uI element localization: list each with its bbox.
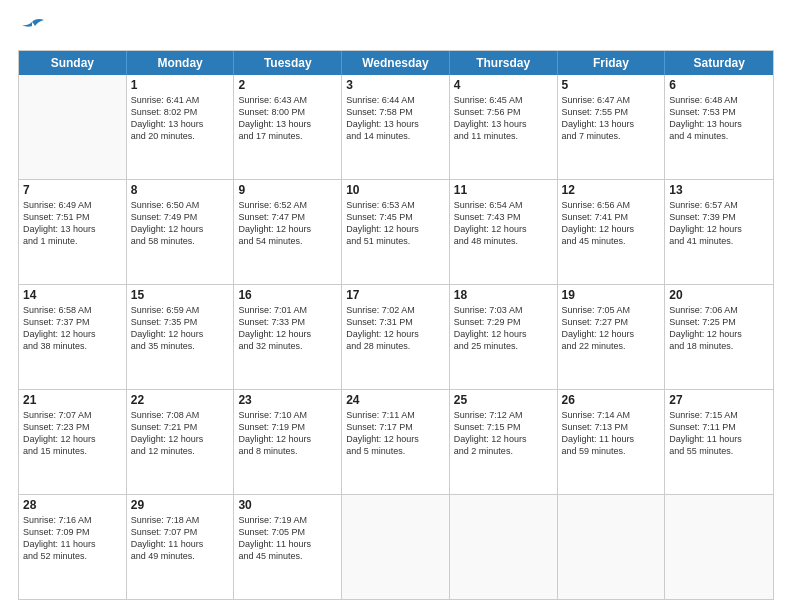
day-number: 27 xyxy=(669,393,769,407)
day-info: Sunrise: 7:10 AM Sunset: 7:19 PM Dayligh… xyxy=(238,409,337,458)
day-cell-10: 10Sunrise: 6:53 AM Sunset: 7:45 PM Dayli… xyxy=(342,180,450,284)
day-info: Sunrise: 6:45 AM Sunset: 7:56 PM Dayligh… xyxy=(454,94,553,143)
day-info: Sunrise: 6:49 AM Sunset: 7:51 PM Dayligh… xyxy=(23,199,122,248)
day-cell-20: 20Sunrise: 7:06 AM Sunset: 7:25 PM Dayli… xyxy=(665,285,773,389)
day-cell-1: 1Sunrise: 6:41 AM Sunset: 8:02 PM Daylig… xyxy=(127,75,235,179)
logo-icon xyxy=(18,18,46,40)
empty-cell xyxy=(450,495,558,599)
day-cell-12: 12Sunrise: 6:56 AM Sunset: 7:41 PM Dayli… xyxy=(558,180,666,284)
day-info: Sunrise: 7:12 AM Sunset: 7:15 PM Dayligh… xyxy=(454,409,553,458)
day-number: 30 xyxy=(238,498,337,512)
calendar-row-2: 7Sunrise: 6:49 AM Sunset: 7:51 PM Daylig… xyxy=(19,179,773,284)
day-number: 5 xyxy=(562,78,661,92)
day-number: 28 xyxy=(23,498,122,512)
calendar: SundayMondayTuesdayWednesdayThursdayFrid… xyxy=(18,50,774,600)
calendar-row-1: 1Sunrise: 6:41 AM Sunset: 8:02 PM Daylig… xyxy=(19,75,773,179)
day-number: 21 xyxy=(23,393,122,407)
day-info: Sunrise: 7:05 AM Sunset: 7:27 PM Dayligh… xyxy=(562,304,661,353)
day-info: Sunrise: 6:58 AM Sunset: 7:37 PM Dayligh… xyxy=(23,304,122,353)
day-info: Sunrise: 7:14 AM Sunset: 7:13 PM Dayligh… xyxy=(562,409,661,458)
day-number: 29 xyxy=(131,498,230,512)
day-number: 12 xyxy=(562,183,661,197)
day-cell-25: 25Sunrise: 7:12 AM Sunset: 7:15 PM Dayli… xyxy=(450,390,558,494)
day-cell-16: 16Sunrise: 7:01 AM Sunset: 7:33 PM Dayli… xyxy=(234,285,342,389)
day-info: Sunrise: 7:06 AM Sunset: 7:25 PM Dayligh… xyxy=(669,304,769,353)
day-info: Sunrise: 7:18 AM Sunset: 7:07 PM Dayligh… xyxy=(131,514,230,563)
header-day-saturday: Saturday xyxy=(665,51,773,75)
day-cell-4: 4Sunrise: 6:45 AM Sunset: 7:56 PM Daylig… xyxy=(450,75,558,179)
day-info: Sunrise: 7:01 AM Sunset: 7:33 PM Dayligh… xyxy=(238,304,337,353)
day-cell-6: 6Sunrise: 6:48 AM Sunset: 7:53 PM Daylig… xyxy=(665,75,773,179)
day-cell-27: 27Sunrise: 7:15 AM Sunset: 7:11 PM Dayli… xyxy=(665,390,773,494)
day-cell-26: 26Sunrise: 7:14 AM Sunset: 7:13 PM Dayli… xyxy=(558,390,666,494)
day-cell-13: 13Sunrise: 6:57 AM Sunset: 7:39 PM Dayli… xyxy=(665,180,773,284)
page: SundayMondayTuesdayWednesdayThursdayFrid… xyxy=(0,0,792,612)
calendar-header: SundayMondayTuesdayWednesdayThursdayFrid… xyxy=(19,51,773,75)
day-number: 2 xyxy=(238,78,337,92)
day-cell-24: 24Sunrise: 7:11 AM Sunset: 7:17 PM Dayli… xyxy=(342,390,450,494)
day-cell-22: 22Sunrise: 7:08 AM Sunset: 7:21 PM Dayli… xyxy=(127,390,235,494)
day-cell-7: 7Sunrise: 6:49 AM Sunset: 7:51 PM Daylig… xyxy=(19,180,127,284)
day-info: Sunrise: 6:48 AM Sunset: 7:53 PM Dayligh… xyxy=(669,94,769,143)
header-day-monday: Monday xyxy=(127,51,235,75)
day-number: 4 xyxy=(454,78,553,92)
day-cell-2: 2Sunrise: 6:43 AM Sunset: 8:00 PM Daylig… xyxy=(234,75,342,179)
day-info: Sunrise: 6:56 AM Sunset: 7:41 PM Dayligh… xyxy=(562,199,661,248)
logo xyxy=(18,18,50,40)
day-cell-8: 8Sunrise: 6:50 AM Sunset: 7:49 PM Daylig… xyxy=(127,180,235,284)
day-info: Sunrise: 6:53 AM Sunset: 7:45 PM Dayligh… xyxy=(346,199,445,248)
day-cell-19: 19Sunrise: 7:05 AM Sunset: 7:27 PM Dayli… xyxy=(558,285,666,389)
day-number: 7 xyxy=(23,183,122,197)
day-cell-9: 9Sunrise: 6:52 AM Sunset: 7:47 PM Daylig… xyxy=(234,180,342,284)
day-number: 18 xyxy=(454,288,553,302)
header-day-thursday: Thursday xyxy=(450,51,558,75)
day-number: 14 xyxy=(23,288,122,302)
day-number: 13 xyxy=(669,183,769,197)
day-cell-29: 29Sunrise: 7:18 AM Sunset: 7:07 PM Dayli… xyxy=(127,495,235,599)
empty-cell xyxy=(342,495,450,599)
day-info: Sunrise: 6:41 AM Sunset: 8:02 PM Dayligh… xyxy=(131,94,230,143)
header-day-sunday: Sunday xyxy=(19,51,127,75)
day-number: 19 xyxy=(562,288,661,302)
day-number: 16 xyxy=(238,288,337,302)
calendar-row-4: 21Sunrise: 7:07 AM Sunset: 7:23 PM Dayli… xyxy=(19,389,773,494)
day-info: Sunrise: 7:11 AM Sunset: 7:17 PM Dayligh… xyxy=(346,409,445,458)
day-info: Sunrise: 7:15 AM Sunset: 7:11 PM Dayligh… xyxy=(669,409,769,458)
day-info: Sunrise: 7:16 AM Sunset: 7:09 PM Dayligh… xyxy=(23,514,122,563)
day-number: 26 xyxy=(562,393,661,407)
day-info: Sunrise: 6:54 AM Sunset: 7:43 PM Dayligh… xyxy=(454,199,553,248)
day-info: Sunrise: 6:47 AM Sunset: 7:55 PM Dayligh… xyxy=(562,94,661,143)
day-number: 8 xyxy=(131,183,230,197)
header-day-friday: Friday xyxy=(558,51,666,75)
day-number: 25 xyxy=(454,393,553,407)
day-number: 11 xyxy=(454,183,553,197)
day-cell-14: 14Sunrise: 6:58 AM Sunset: 7:37 PM Dayli… xyxy=(19,285,127,389)
day-info: Sunrise: 7:02 AM Sunset: 7:31 PM Dayligh… xyxy=(346,304,445,353)
empty-cell xyxy=(665,495,773,599)
empty-cell xyxy=(558,495,666,599)
day-cell-23: 23Sunrise: 7:10 AM Sunset: 7:19 PM Dayli… xyxy=(234,390,342,494)
day-number: 24 xyxy=(346,393,445,407)
day-info: Sunrise: 6:59 AM Sunset: 7:35 PM Dayligh… xyxy=(131,304,230,353)
day-number: 10 xyxy=(346,183,445,197)
day-number: 17 xyxy=(346,288,445,302)
day-cell-28: 28Sunrise: 7:16 AM Sunset: 7:09 PM Dayli… xyxy=(19,495,127,599)
day-info: Sunrise: 7:03 AM Sunset: 7:29 PM Dayligh… xyxy=(454,304,553,353)
day-number: 15 xyxy=(131,288,230,302)
day-cell-21: 21Sunrise: 7:07 AM Sunset: 7:23 PM Dayli… xyxy=(19,390,127,494)
header-day-tuesday: Tuesday xyxy=(234,51,342,75)
day-cell-5: 5Sunrise: 6:47 AM Sunset: 7:55 PM Daylig… xyxy=(558,75,666,179)
day-info: Sunrise: 6:50 AM Sunset: 7:49 PM Dayligh… xyxy=(131,199,230,248)
day-cell-17: 17Sunrise: 7:02 AM Sunset: 7:31 PM Dayli… xyxy=(342,285,450,389)
calendar-row-5: 28Sunrise: 7:16 AM Sunset: 7:09 PM Dayli… xyxy=(19,494,773,599)
calendar-body: 1Sunrise: 6:41 AM Sunset: 8:02 PM Daylig… xyxy=(19,75,773,599)
day-cell-11: 11Sunrise: 6:54 AM Sunset: 7:43 PM Dayli… xyxy=(450,180,558,284)
day-cell-3: 3Sunrise: 6:44 AM Sunset: 7:58 PM Daylig… xyxy=(342,75,450,179)
day-number: 1 xyxy=(131,78,230,92)
day-cell-15: 15Sunrise: 6:59 AM Sunset: 7:35 PM Dayli… xyxy=(127,285,235,389)
day-number: 22 xyxy=(131,393,230,407)
calendar-row-3: 14Sunrise: 6:58 AM Sunset: 7:37 PM Dayli… xyxy=(19,284,773,389)
day-info: Sunrise: 6:52 AM Sunset: 7:47 PM Dayligh… xyxy=(238,199,337,248)
day-info: Sunrise: 6:57 AM Sunset: 7:39 PM Dayligh… xyxy=(669,199,769,248)
empty-cell xyxy=(19,75,127,179)
